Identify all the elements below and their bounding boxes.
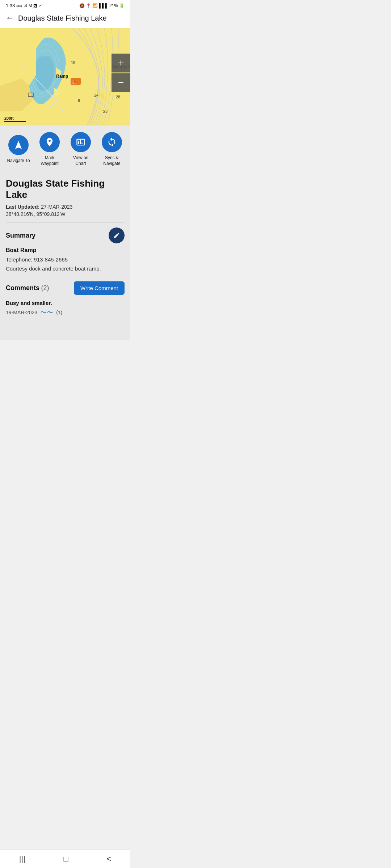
- rating-count: (1): [56, 310, 62, 315]
- last-updated-label: Last Updated:: [6, 204, 39, 210]
- signal-icon: ▌▌▌: [99, 3, 108, 8]
- mute-icon: 🔕: [79, 3, 85, 8]
- svg-text:19: 19: [71, 60, 75, 65]
- page-header: ← Douglas State Fishing Lake: [0, 10, 130, 28]
- view-on-chart-circle: [71, 132, 91, 152]
- divider-2: [6, 276, 125, 276]
- status-bar: 1:33 ∞∞ ☑ M 🖼 ✓ 🔕 📍 📶 ▌▌▌ 21% 🔋: [0, 0, 130, 10]
- back-button[interactable]: ←: [6, 13, 14, 23]
- mark-waypoint-circle: [39, 132, 60, 152]
- rating-icon: 〜〜: [40, 308, 53, 317]
- edit-button[interactable]: [109, 227, 125, 243]
- summary-title: Summary: [6, 232, 35, 239]
- checkbox-icon: ☑: [24, 3, 27, 8]
- map-area[interactable]: 19 30 32 29 28 28 23 24 8 ⛵ Ramp Douglas…: [0, 28, 130, 125]
- telephone: Telephone: 913-845-2665: [6, 256, 125, 263]
- sync-navigate-label: Sync &Navigate: [103, 155, 120, 166]
- navigate-to-circle: [8, 135, 29, 155]
- voicemail-icon: ∞∞: [16, 4, 22, 8]
- place-title: Douglas State Fishing Lake: [6, 178, 125, 200]
- email-icon: M: [29, 4, 32, 8]
- pencil-icon: [113, 232, 120, 239]
- view-on-chart-action[interactable]: View onChart: [68, 132, 93, 166]
- comment-date-row: 19-MAR-2023 〜〜 (1): [6, 308, 125, 317]
- svg-text:Ramp: Ramp: [56, 74, 68, 79]
- comments-title: Comments: [6, 284, 39, 292]
- zoom-out-button[interactable]: −: [112, 73, 130, 92]
- navigate-to-icon: [13, 140, 24, 150]
- comment-date: 19-MAR-2023: [6, 310, 37, 315]
- zoom-in-button[interactable]: +: [112, 54, 130, 72]
- coordinates: 38°48.216'N, 95°09.812'W: [6, 211, 125, 217]
- view-on-chart-label: View onChart: [73, 155, 88, 166]
- navigate-to-label: Navigate To: [7, 158, 30, 164]
- divider-1: [6, 222, 125, 222]
- svg-text:23: 23: [103, 109, 108, 114]
- sync-navigate-circle: [102, 132, 122, 152]
- actions-row: Navigate To MarkWaypoint View onChart Sy…: [0, 125, 130, 172]
- status-right: 🔕 📍 📶 ▌▌▌ 21% 🔋: [79, 3, 125, 8]
- mark-waypoint-label: MarkWaypoint: [41, 155, 59, 166]
- comments-header: Comments (2) Write Comment: [6, 281, 125, 295]
- write-comment-button[interactable]: Write Comment: [74, 281, 125, 295]
- description: Courtesy dock and concrete boat ramp.: [6, 265, 125, 272]
- svg-text:8: 8: [78, 98, 80, 103]
- map-scale: 200ft: [4, 116, 26, 122]
- battery-icon: 🔋: [119, 3, 125, 8]
- comments-title-group: Comments (2): [6, 284, 49, 292]
- svg-text:24: 24: [94, 93, 98, 97]
- image-icon: 🖼: [33, 4, 37, 8]
- comment-author: Busy and smaller.: [6, 300, 125, 306]
- zoom-controls: + −: [112, 54, 130, 92]
- mark-waypoint-action[interactable]: MarkWaypoint: [37, 132, 62, 166]
- summary-header: Summary: [6, 227, 125, 243]
- wifi-icon: 📶: [92, 3, 98, 8]
- comments-count: (2): [41, 284, 49, 292]
- time-display: 1:33: [6, 3, 15, 8]
- sync-navigate-action[interactable]: Sync &Navigate: [99, 132, 125, 166]
- boat-ramp-title: Boat Ramp: [6, 247, 125, 254]
- bottom-spacer: [6, 318, 125, 340]
- sync-icon: [107, 137, 117, 147]
- download-icon: ✓: [39, 3, 42, 8]
- content-section: Douglas State Fishing Lake Last Updated:…: [0, 172, 130, 340]
- chart-icon: [76, 137, 86, 147]
- navigate-to-action[interactable]: Navigate To: [6, 135, 31, 164]
- svg-text:28: 28: [116, 95, 120, 99]
- last-updated-value: 27-MAR-2023: [41, 204, 72, 210]
- location-icon: 📍: [86, 3, 91, 8]
- waypoint-icon: [45, 137, 55, 147]
- battery-display: 21%: [109, 3, 118, 8]
- svg-text:⛵: ⛵: [71, 78, 77, 85]
- status-left: 1:33 ∞∞ ☑ M 🖼 ✓: [6, 3, 42, 8]
- last-updated: Last Updated: 27-MAR-2023: [6, 204, 125, 210]
- page-title: Douglas State Fishing Lake: [18, 14, 107, 22]
- map-svg: 19 30 32 29 28 28 23 24 8 ⛵ Ramp Douglas…: [0, 28, 130, 125]
